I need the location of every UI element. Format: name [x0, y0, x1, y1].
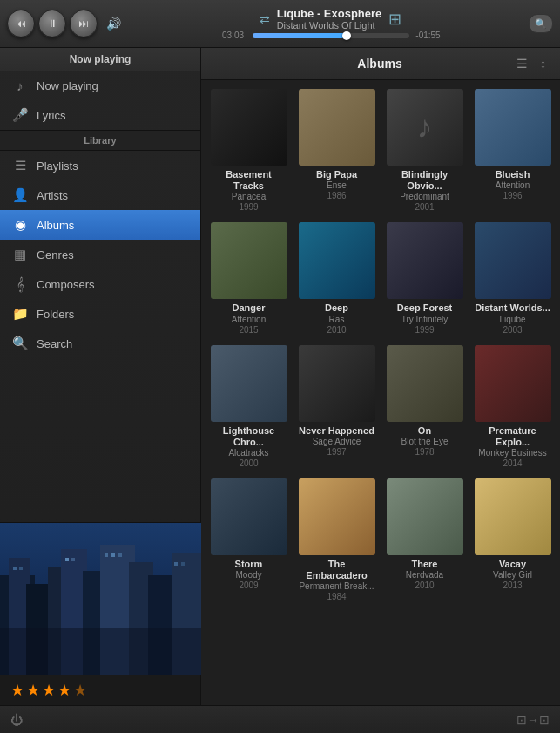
elapsed-time: 03:03 — [219, 31, 247, 40]
progress-bar[interactable] — [253, 33, 409, 38]
sidebar-item-albums[interactable]: ◉ Albums — [0, 210, 200, 240]
sidebar-item-composers[interactable]: 𝄞 Composers — [0, 269, 200, 299]
sidebar-item-lyrics[interactable]: 🎤 Lyrics — [0, 100, 200, 130]
album-cover — [475, 89, 551, 166]
album-year: 2014 — [503, 458, 522, 468]
sidebar-item-label-artists: Artists — [37, 189, 68, 202]
album-year: 1986 — [327, 191, 346, 200]
album-item[interactable]: ThereNerdvada2010 — [382, 475, 467, 605]
album-item[interactable]: The EmbarcaderoPermanent Break...1984 — [294, 475, 379, 605]
view-controls: ☰ ↕ — [513, 55, 550, 72]
album-item[interactable]: VacayValley Girl2013 — [470, 475, 555, 605]
album-artist: Alcatracks — [228, 448, 268, 458]
volume-button[interactable]: 🔊 — [101, 11, 125, 36]
album-year: 1999 — [415, 325, 434, 335]
rating-bar[interactable]: ★ ★ ★ ★ ★ — [0, 675, 200, 705]
sidebar-item-now-playing[interactable]: ♪ Now playing — [0, 71, 200, 100]
album-item[interactable]: BlueishAttention1996 — [470, 85, 555, 215]
shuffle-button[interactable]: ⇄ — [260, 12, 270, 26]
next-button[interactable]: ⏭ — [70, 10, 98, 37]
album-cover — [211, 89, 287, 166]
album-year: 1996 — [503, 191, 522, 200]
album-item[interactable]: Lighthouse Chro...Alcatracks2000 — [206, 342, 291, 472]
album-year: 1999 — [239, 202, 258, 212]
album-item[interactable]: Premature Explo...Monkey Business2014 — [470, 342, 555, 472]
album-item[interactable]: Deep ForestTry Infinitely1999 — [382, 219, 467, 337]
sidebar-item-folders[interactable]: 📁 Folders — [0, 299, 200, 329]
album-cover — [299, 345, 375, 422]
display-icon[interactable]: ⊡→⊡ — [516, 713, 550, 727]
album-item[interactable]: DeepRas2010 — [294, 219, 379, 337]
svg-rect-13 — [65, 558, 69, 561]
top-bar: ⏮ ⏸ ⏭ 🔊 ⇄ Liqube - Exosphere Distant Wor… — [0, 0, 560, 48]
album-item[interactable]: Never HappenedSage Advice1997 — [294, 342, 379, 472]
album-grid: Basement TracksPanacea1999Big PapaEnse19… — [201, 80, 560, 705]
album-cover — [299, 89, 375, 166]
prev-button[interactable]: ⏮ — [7, 10, 35, 37]
album-title: Never Happened — [299, 425, 374, 437]
sidebar-item-artists[interactable]: 👤 Artists — [0, 180, 200, 210]
now-playing-header: Now playing — [0, 48, 200, 71]
lyrics-icon: 🎤 — [12, 107, 28, 123]
sidebar-bottom: liqubeelectronic music — [0, 522, 200, 705]
add-to-playlist-button[interactable]: ⊞ — [388, 10, 401, 29]
album-item[interactable]: StormMoody2009 — [206, 475, 291, 605]
star-3[interactable]: ★ — [42, 681, 56, 700]
star-5[interactable]: ★ — [73, 681, 87, 700]
album-cover — [299, 478, 375, 555]
content-header: Albums ☰ ↕ — [201, 48, 560, 80]
track-title-row: ⇄ Liqube - Exosphere Distant Worlds Of L… — [260, 7, 402, 31]
star-2[interactable]: ★ — [26, 681, 40, 700]
star-1[interactable]: ★ — [10, 681, 24, 700]
svg-rect-12 — [19, 567, 23, 570]
power-icon[interactable]: ⏻ — [10, 713, 23, 727]
transport-controls: ⏮ ⏸ ⏭ 🔊 — [7, 10, 125, 37]
sidebar-item-label-composers: Composers — [37, 278, 94, 291]
album-cover — [475, 345, 551, 422]
sidebar-item-genres[interactable]: ▦ Genres — [0, 240, 200, 269]
sidebar-item-playlists[interactable]: ☰ Playlists — [0, 151, 200, 180]
album-title: Blindingly Obvio... — [386, 169, 463, 192]
sidebar-item-label-search: Search — [37, 337, 72, 350]
album-title: Blueish — [496, 169, 530, 180]
sidebar-item-label-playlists: Playlists — [37, 159, 78, 173]
album-year: 2015 — [239, 325, 258, 335]
star-4[interactable]: ★ — [57, 681, 71, 700]
album-title: There — [412, 559, 438, 570]
album-year: 1997 — [327, 447, 346, 457]
sidebar: Now playing ♪ Now playing 🎤 Lyrics Libra… — [0, 48, 201, 705]
album-item[interactable]: Big PapaEnse1986 — [294, 85, 379, 215]
bottom-bar: ⏻ ⊡→⊡ — [0, 705, 560, 733]
album-year: 1984 — [327, 592, 346, 601]
main-layout: Now playing ♪ Now playing 🎤 Lyrics Libra… — [0, 48, 560, 705]
album-item[interactable]: DangerAttention2015 — [206, 219, 291, 337]
album-item[interactable]: ♪Blindingly Obvio...Predominant2001 — [382, 85, 467, 215]
remaining-time: -01:55 — [415, 31, 442, 40]
album-cover — [475, 222, 551, 299]
list-view-button[interactable]: ☰ — [513, 55, 531, 72]
album-title: Distant Worlds... — [475, 302, 550, 314]
sort-button[interactable]: ↕ — [536, 55, 550, 72]
svg-rect-17 — [118, 553, 122, 557]
composers-icon: 𝄞 — [12, 276, 28, 292]
album-year: 2010 — [327, 325, 346, 335]
album-artist: Try Infinitely — [401, 315, 449, 325]
album-cover — [211, 478, 287, 555]
pause-button[interactable]: ⏸ — [38, 10, 66, 37]
artists-icon: 👤 — [12, 187, 28, 203]
album-item[interactable]: Basement TracksPanacea1999 — [206, 85, 291, 215]
svg-rect-15 — [105, 553, 108, 557]
album-artist: Blot the Eye — [401, 437, 449, 447]
album-artist: Ras — [329, 315, 345, 325]
sidebar-item-label-now-playing: Now playing — [37, 79, 98, 92]
album-item[interactable]: Distant Worlds...Liqube2003 — [470, 219, 555, 337]
track-title: Liqube - Exosphere — [277, 7, 382, 20]
album-item[interactable]: OnBlot the Eye1978 — [382, 342, 467, 472]
album-year: 2009 — [239, 580, 258, 590]
sidebar-item-search[interactable]: 🔍 Search — [0, 329, 200, 358]
search-button[interactable]: 🔍 — [529, 14, 553, 33]
album-year: 1978 — [415, 447, 434, 457]
album-artist: Panacea — [232, 192, 266, 202]
music-note-icon: ♪ — [387, 89, 463, 166]
progress-row: 03:03 -01:55 — [132, 31, 529, 40]
